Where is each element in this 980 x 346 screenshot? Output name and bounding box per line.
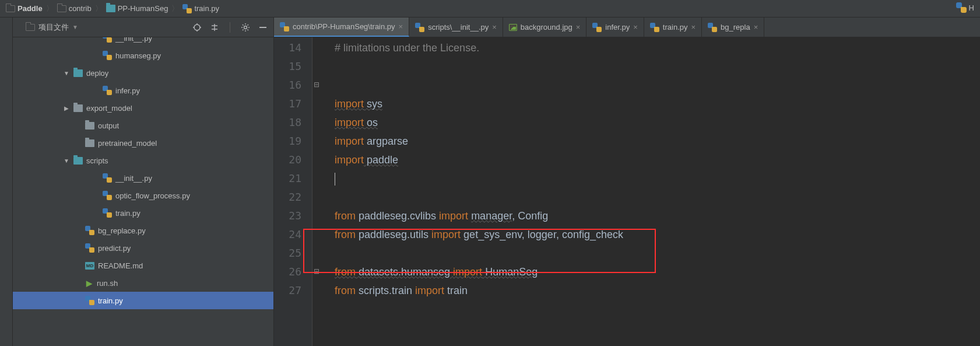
tree-item-label: run.sh [97, 279, 118, 288]
chevron-right-icon: 〉 [95, 4, 103, 14]
close-icon[interactable]: × [691, 23, 696, 32]
tree-item-label: train.py [98, 296, 123, 305]
python-file-icon [592, 23, 602, 32]
folder-icon [26, 24, 35, 31]
breadcrumb-item[interactable]: contrib [55, 4, 94, 13]
tree-item-label: pretrained_model [98, 139, 157, 148]
tree-item-label: predict.py [98, 244, 131, 253]
folder-icon [73, 157, 83, 165]
chevron-right-icon: 〉 [46, 4, 54, 14]
breadcrumb: Paddle〉contrib〉PP-HumanSeg〉train.py [0, 0, 980, 18]
breadcrumb-item[interactable]: Paddle [3, 4, 45, 13]
breadcrumb-item[interactable]: train.py [180, 4, 222, 13]
tree-item-label: __init__.py [115, 174, 152, 183]
tree-item-label: output [98, 121, 119, 130]
breadcrumb-label: PP-HumanSeg [118, 4, 168, 13]
python-file-icon [103, 51, 112, 60]
comment: # limitations under the License. [335, 42, 479, 54]
highlight-box [303, 229, 656, 273]
editor-tabs[interactable]: contrib\PP-HumanSeg\train.py×scripts\__i… [274, 18, 980, 37]
svg-point-0 [194, 25, 200, 30]
tree-row[interactable]: ▶run.sh [13, 274, 273, 292]
close-icon[interactable]: × [399, 22, 403, 31]
line-gutter: 13 14 15 16 17 18 19 20 21 22 23 24 25 2… [274, 18, 312, 346]
code-area[interactable]: # limitations under the License. import … [312, 18, 980, 346]
tree-row[interactable]: output [13, 117, 273, 134]
svg-line-13 [243, 25, 244, 26]
tree-item-label: README.md [98, 261, 143, 270]
svg-line-15 [243, 29, 244, 30]
svg-line-14 [248, 29, 249, 30]
tree-row[interactable]: optic_flow_process.py [13, 187, 273, 204]
locate-icon[interactable] [192, 23, 202, 32]
python-file-icon [103, 173, 112, 183]
editor-tab[interactable]: background.jpg× [503, 18, 587, 37]
tree-row[interactable]: __init__.py [13, 169, 273, 187]
editor-tab[interactable]: scripts\__init__.py× [409, 18, 503, 37]
markdown-file-icon: MD [85, 262, 94, 270]
tree-row[interactable]: humanseg.py [13, 47, 273, 64]
image-file-icon [509, 24, 517, 31]
python-icon [956, 2, 967, 13]
project-tree[interactable]: __init__.pyhumanseg.py▼deployinfer.py▶ex… [13, 18, 274, 346]
editor-tab[interactable]: train.py× [644, 18, 702, 37]
python-file-icon [103, 86, 112, 95]
interpreter-label: H [969, 4, 974, 12]
tree-row[interactable]: train.py [13, 204, 273, 222]
python-file-icon [103, 208, 112, 218]
svg-rect-17 [259, 27, 266, 28]
caret [335, 173, 335, 186]
tree-row[interactable]: MDREADME.md [13, 257, 273, 274]
chevron-down-icon[interactable]: ▼ [63, 158, 70, 164]
tree-row[interactable]: infer.py [13, 82, 273, 99]
editor-tab[interactable]: infer.py× [586, 18, 644, 37]
keyword-import: import [335, 154, 364, 166]
python-file-icon [415, 23, 424, 32]
tree-item-label: deploy [86, 69, 108, 78]
python-file-icon [85, 243, 94, 253]
close-icon[interactable]: × [576, 23, 581, 32]
gear-icon[interactable] [241, 23, 250, 32]
close-icon[interactable]: × [492, 23, 497, 32]
tab-label: contrib\PP-HumanSeg\train.py [293, 22, 395, 31]
code-editor[interactable]: 13 14 15 16 17 18 19 20 21 22 23 24 25 2… [274, 18, 980, 346]
folder-icon [106, 5, 115, 12]
expand-all-icon[interactable] [210, 23, 219, 32]
tree-item-label: bg_replace.py [98, 226, 146, 235]
keyword-import: import [335, 98, 364, 110]
tree-row[interactable]: bg_replace.py [13, 222, 273, 239]
project-scope-selector[interactable]: 项目文件 ▼ [26, 22, 78, 33]
tree-item-label: humanseg.py [115, 51, 161, 60]
folder-icon [73, 104, 83, 112]
close-icon[interactable]: × [633, 23, 638, 32]
hide-icon[interactable] [258, 23, 268, 32]
interpreter-indicator[interactable]: H [956, 2, 974, 13]
python-file-icon [650, 23, 659, 32]
folder-icon [85, 139, 94, 147]
breadcrumb-item[interactable]: PP-HumanSeg [104, 4, 171, 13]
editor-tab[interactable]: contrib\PP-HumanSeg\train.py× [274, 18, 409, 37]
tree-item-label: infer.py [115, 86, 140, 95]
folder-icon [85, 122, 94, 130]
tree-row[interactable]: ▶export_model [13, 99, 273, 117]
tab-label: train.py [663, 23, 688, 32]
python-file-icon [280, 22, 289, 32]
breadcrumb-label: contrib [69, 4, 92, 13]
tree-row[interactable]: predict.py [13, 239, 273, 257]
chevron-down-icon[interactable]: ▼ [63, 70, 70, 76]
folder-icon [57, 5, 66, 12]
editor-tab[interactable]: bg_repla× [702, 18, 764, 37]
folder-icon [73, 69, 83, 77]
tree-row[interactable]: train.py [13, 292, 273, 309]
keyword-from: from [335, 210, 356, 222]
svg-line-16 [248, 25, 249, 26]
tab-label: infer.py [605, 23, 630, 32]
svg-point-8 [244, 26, 247, 29]
close-icon[interactable]: × [754, 23, 758, 32]
chevron-right-icon[interactable]: ▶ [63, 105, 70, 111]
tree-item-label: train.py [115, 209, 140, 218]
sidebar-tool-tab[interactable] [0, 18, 13, 346]
tree-row[interactable]: ▼deploy [13, 64, 273, 82]
tree-row[interactable]: ▼scripts [13, 152, 273, 169]
tree-row[interactable]: pretrained_model [13, 134, 273, 152]
